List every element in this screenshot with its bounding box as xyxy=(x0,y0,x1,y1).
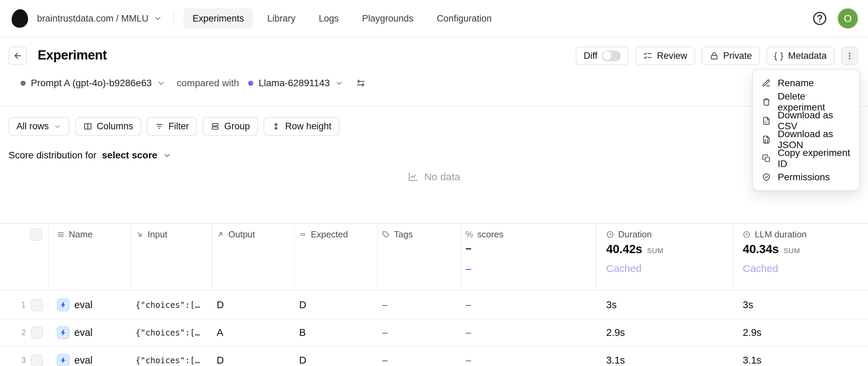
row-scores: – xyxy=(461,355,597,366)
chevron-down-icon[interactable] xyxy=(157,79,165,88)
group-label: Group xyxy=(224,121,250,132)
row-number: 2 xyxy=(21,328,26,337)
metadata-label: Metadata xyxy=(788,51,827,61)
base-experiment-dot xyxy=(21,81,26,86)
tab-playgrounds[interactable]: Playgrounds xyxy=(353,8,423,29)
diff-toggle-group: Diff xyxy=(576,47,629,65)
filter-label: Filter xyxy=(168,121,189,132)
list-checks-icon xyxy=(643,51,652,61)
kebab-menu-icon xyxy=(845,51,854,61)
eval-badge xyxy=(57,299,69,311)
comparison-experiment-name[interactable]: Llama-62891143 xyxy=(258,78,330,89)
columns-button[interactable]: Columns xyxy=(75,117,141,136)
menu-item-label: Rename xyxy=(778,78,814,89)
row-expected: B xyxy=(295,327,378,338)
row-checkbox[interactable] xyxy=(31,327,43,339)
menu-item-download-json[interactable]: Download as JSON xyxy=(753,130,859,149)
row-number: 3 xyxy=(21,356,26,365)
diff-label: Diff xyxy=(584,51,597,61)
table-row[interactable]: 2 eval {"choices":[… A B – – 2.9s 2.9s xyxy=(0,319,868,347)
page-title: Experiment xyxy=(38,48,107,63)
comparison-experiment-dot xyxy=(248,81,253,86)
column-header-scores[interactable]: %scores – – xyxy=(461,224,597,290)
tab-library[interactable]: Library xyxy=(258,8,305,29)
column-header-llm-duration[interactable]: LLM duration 40.34s SUM Cached xyxy=(734,224,868,290)
tab-experiments[interactable]: Experiments xyxy=(183,8,253,29)
tab-configuration[interactable]: Configuration xyxy=(427,8,501,29)
table-row[interactable]: 3 eval {"choices":[… D D – – 3.1s 3.1s xyxy=(0,347,868,366)
score-chart-empty-state: No data xyxy=(0,171,868,183)
row-checkbox[interactable] xyxy=(31,354,43,366)
select-all-checkbox[interactable] xyxy=(30,228,42,241)
diff-toggle[interactable] xyxy=(602,51,621,61)
review-button[interactable]: Review xyxy=(635,47,695,65)
column-header-name[interactable]: Name xyxy=(49,224,131,290)
row-duration: 2.9s xyxy=(597,327,734,338)
chevron-down-icon[interactable] xyxy=(163,151,171,160)
table-row[interactable]: 1 eval {"choices":[… D D – – 3s 3s xyxy=(0,291,868,319)
column-label: Expected xyxy=(311,229,348,240)
workspace-switcher[interactable]: braintrustdata.com / MMLU xyxy=(37,13,162,24)
braintrust-logo[interactable] xyxy=(12,9,28,28)
row-input: {"choices":[… xyxy=(131,328,212,338)
nav-divider xyxy=(173,12,174,25)
columns-icon xyxy=(83,122,92,131)
back-button[interactable] xyxy=(9,47,27,65)
more-actions-button[interactable] xyxy=(841,47,858,65)
eval-badge xyxy=(57,354,69,366)
menu-item-label: Permissions xyxy=(778,172,830,183)
row-height-button[interactable]: Row height xyxy=(264,117,339,136)
columns-label: Columns xyxy=(97,121,133,132)
braces-icon: { } xyxy=(774,51,784,61)
score-distribution-row: Score distribution for select score xyxy=(9,150,171,161)
group-button[interactable]: Group xyxy=(203,117,258,136)
filter-icon xyxy=(155,122,164,131)
menu-item-permissions[interactable]: Permissions xyxy=(753,168,859,186)
tab-logs[interactable]: Logs xyxy=(309,8,348,29)
menu-item-rename[interactable]: Rename xyxy=(753,74,859,92)
workspace-label: braintrustdata.com / MMLU xyxy=(37,13,149,24)
primary-tabs: Experiments Library Logs Playgrounds Con… xyxy=(183,8,501,29)
section-divider xyxy=(0,106,868,107)
column-header-duration[interactable]: Duration 40.42s SUM Cached xyxy=(597,224,734,290)
menu-item-copy-experiment-id[interactable]: Copy experiment ID xyxy=(753,149,859,168)
help-icon[interactable] xyxy=(812,11,828,26)
menu-item-delete-experiment[interactable]: Delete experiment xyxy=(753,92,859,111)
menu-item-download-csv[interactable]: Download as CSV xyxy=(753,111,859,130)
column-header-tags[interactable]: Tags xyxy=(378,224,461,290)
column-label: Input xyxy=(148,229,167,240)
private-button[interactable]: Private xyxy=(702,47,760,65)
avatar-letter: O xyxy=(844,13,852,24)
arrow-down-right-icon xyxy=(136,231,143,238)
row-input: {"choices":[… xyxy=(131,300,212,310)
row-checkbox[interactable] xyxy=(31,299,43,311)
menu-item-label: Copy experiment ID xyxy=(778,147,850,169)
shield-check-icon xyxy=(762,173,771,182)
llm-duration-cached-badge: Cached xyxy=(743,263,778,274)
chevron-down-icon xyxy=(53,122,62,131)
row-height-label: Row height xyxy=(285,121,331,132)
rows-filter-button[interactable]: All rows xyxy=(9,117,69,136)
avatar[interactable]: O xyxy=(838,9,858,28)
experiment-actions-menu: Rename Delete experiment Download as CSV… xyxy=(752,69,860,191)
base-experiment-name[interactable]: Prompt A (gpt-4o)-b9286e63 xyxy=(31,78,152,89)
metadata-button[interactable]: { } Metadata xyxy=(766,47,834,65)
filter-button[interactable]: Filter xyxy=(147,117,197,136)
llm-duration-sum-value: 40.34s xyxy=(743,242,779,256)
chevron-down-icon[interactable] xyxy=(335,79,344,88)
column-header-expected[interactable]: Expected xyxy=(295,224,378,290)
score-selector[interactable]: select score xyxy=(102,150,157,161)
trash-icon xyxy=(762,97,771,106)
clock-icon xyxy=(743,231,751,238)
table-toolbar: All rows Columns Filter Group Row height xyxy=(9,117,339,136)
column-label: Duration xyxy=(618,229,652,240)
row-number: 1 xyxy=(21,300,26,310)
rows-filter-label: All rows xyxy=(16,121,49,132)
swap-comparison-icon[interactable] xyxy=(356,78,366,88)
row-output: A xyxy=(212,327,295,338)
column-header-output[interactable]: Output xyxy=(212,224,295,290)
toggle-knob xyxy=(603,51,612,60)
pencil-icon xyxy=(762,79,771,88)
column-label: Tags xyxy=(394,229,413,240)
column-header-input[interactable]: Input xyxy=(131,224,212,290)
